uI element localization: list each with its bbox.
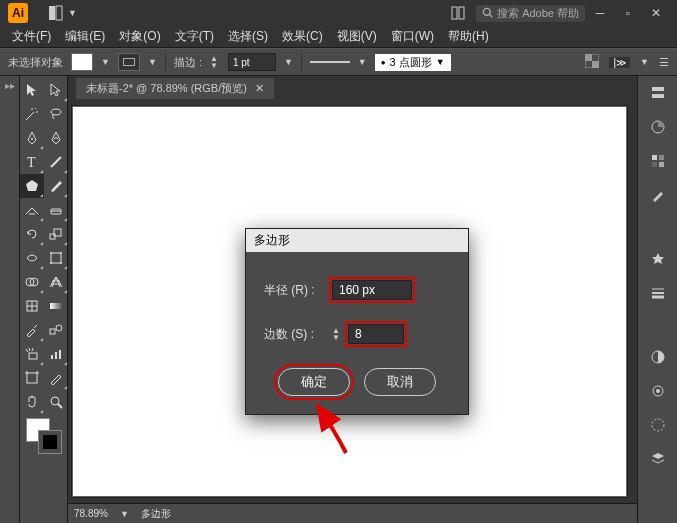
- lasso-tool[interactable]: [44, 102, 68, 126]
- transparency-panel-icon[interactable]: [647, 346, 669, 368]
- menu-view[interactable]: 视图(V): [331, 26, 383, 47]
- line-segment-tool[interactable]: [44, 150, 68, 174]
- column-graph-tool[interactable]: [44, 342, 68, 366]
- svg-rect-8: [585, 54, 592, 61]
- graphic-styles-panel-icon[interactable]: [647, 414, 669, 436]
- chevron-down-icon[interactable]: ▼: [148, 57, 157, 67]
- align-icon[interactable]: |≫: [609, 57, 630, 68]
- arrange-docs-icon[interactable]: [450, 5, 466, 21]
- stroke-color-box[interactable]: [38, 430, 62, 454]
- stroke-label: 描边 :: [174, 55, 202, 70]
- appearance-panel-icon[interactable]: [647, 380, 669, 402]
- free-transform-tool[interactable]: [44, 246, 68, 270]
- svg-rect-42: [659, 155, 664, 160]
- swatches-panel-icon[interactable]: [647, 150, 669, 172]
- menu-edit[interactable]: 编辑(E): [59, 26, 111, 47]
- scale-tool[interactable]: [44, 222, 68, 246]
- opacity-icon[interactable]: [585, 54, 599, 70]
- properties-panel-icon[interactable]: [647, 82, 669, 104]
- chevron-down-icon[interactable]: ▼: [284, 57, 293, 67]
- sides-input[interactable]: [348, 324, 404, 344]
- rotate-tool[interactable]: [20, 222, 44, 246]
- eraser-tool[interactable]: [44, 198, 68, 222]
- app-logo: Ai: [8, 3, 28, 23]
- zoom-level[interactable]: 78.89%: [74, 508, 108, 519]
- ok-button[interactable]: 确定: [278, 368, 350, 396]
- symbol-sprayer-tool[interactable]: [20, 342, 44, 366]
- close-button[interactable]: ✕: [649, 6, 663, 20]
- mesh-tool[interactable]: [20, 294, 44, 318]
- svg-rect-44: [659, 162, 664, 167]
- panel-collapse-strip: ▸▸: [0, 76, 20, 523]
- brushes-panel-icon[interactable]: [647, 184, 669, 206]
- svg-rect-29: [50, 329, 55, 334]
- svg-point-11: [31, 138, 33, 140]
- svg-rect-41: [652, 155, 657, 160]
- options-menu-icon[interactable]: ☰: [659, 56, 669, 69]
- svg-rect-39: [652, 94, 664, 98]
- layers-panel-icon[interactable]: [647, 448, 669, 470]
- type-tool[interactable]: T: [20, 150, 44, 174]
- minimize-button[interactable]: ─: [593, 6, 607, 20]
- paintbrush-tool[interactable]: [44, 174, 68, 198]
- menu-file[interactable]: 文件(F): [6, 26, 57, 47]
- svg-line-13: [51, 157, 61, 167]
- workspace-switcher[interactable]: ▼: [48, 5, 77, 21]
- chevron-down-icon[interactable]: ▼: [640, 57, 649, 67]
- shaper-tool[interactable]: [20, 198, 44, 222]
- polygon-dialog: 多边形 半径 (R) : 边数 (S) : ▲▼ 确定 取消: [245, 228, 469, 415]
- stroke-width-input[interactable]: [228, 53, 276, 71]
- magic-wand-tool[interactable]: [20, 102, 44, 126]
- pen-tool[interactable]: [20, 126, 44, 150]
- chevron-down-icon[interactable]: ▼: [101, 57, 110, 67]
- perspective-grid-tool[interactable]: [44, 270, 68, 294]
- document-tab[interactable]: 未标题-2* @ 78.89% (RGB/预览) ✕: [76, 78, 274, 99]
- selection-tool[interactable]: [20, 78, 44, 102]
- svg-rect-32: [51, 355, 53, 359]
- polygon-tool[interactable]: [20, 174, 44, 198]
- close-icon[interactable]: ✕: [255, 82, 264, 95]
- fill-swatch[interactable]: [71, 53, 93, 71]
- svg-rect-28: [50, 303, 62, 309]
- chevron-down-icon[interactable]: ▼: [120, 509, 129, 519]
- width-tool[interactable]: [20, 246, 44, 270]
- search-input[interactable]: 搜索 Adobe 帮助: [476, 5, 585, 22]
- color-panel-icon[interactable]: [647, 116, 669, 138]
- artboard-tool[interactable]: [20, 366, 44, 390]
- stroke-panel-icon[interactable]: [647, 282, 669, 304]
- toolbox: T: [20, 76, 68, 523]
- stroke-stepper[interactable]: ▲▼: [210, 55, 218, 69]
- fill-stroke-control[interactable]: [20, 414, 68, 458]
- gradient-tool[interactable]: [44, 294, 68, 318]
- cancel-button[interactable]: 取消: [364, 368, 436, 396]
- menu-select[interactable]: 选择(S): [222, 26, 274, 47]
- menu-object[interactable]: 对象(O): [113, 26, 166, 47]
- expand-right-icon[interactable]: ▸▸: [5, 80, 15, 91]
- menu-help[interactable]: 帮助(H): [442, 26, 495, 47]
- shape-builder-tool[interactable]: [20, 270, 44, 294]
- slice-tool[interactable]: [44, 366, 68, 390]
- svg-line-37: [58, 404, 62, 408]
- hand-tool[interactable]: [20, 390, 44, 414]
- svg-point-51: [652, 419, 664, 431]
- radius-input[interactable]: [332, 280, 412, 300]
- svg-point-20: [60, 252, 62, 254]
- separator: [165, 53, 166, 71]
- menu-type[interactable]: 文字(T): [169, 26, 220, 47]
- brush-profile-dropdown[interactable]: ●3 点圆形▼: [375, 54, 451, 71]
- menu-effect[interactable]: 效果(C): [276, 26, 329, 47]
- svg-rect-35: [27, 373, 37, 383]
- chevron-down-icon[interactable]: ▼: [358, 57, 367, 67]
- stroke-swatch[interactable]: [118, 53, 140, 71]
- maximize-button[interactable]: ▫: [621, 6, 635, 20]
- symbols-panel-icon[interactable]: [647, 248, 669, 270]
- stroke-profile-icon[interactable]: [310, 57, 350, 67]
- zoom-tool[interactable]: [44, 390, 68, 414]
- curvature-tool[interactable]: [44, 126, 68, 150]
- svg-rect-3: [459, 7, 464, 19]
- direct-selection-tool[interactable]: [44, 78, 68, 102]
- blend-tool[interactable]: [44, 318, 68, 342]
- menu-window[interactable]: 窗口(W): [385, 26, 440, 47]
- eyedropper-tool[interactable]: [20, 318, 44, 342]
- sides-stepper[interactable]: ▲▼: [332, 327, 340, 341]
